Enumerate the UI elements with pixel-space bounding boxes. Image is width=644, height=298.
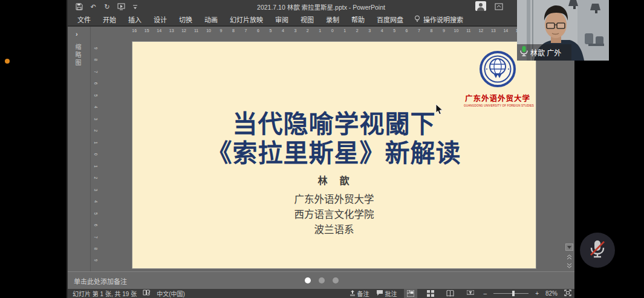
start-slideshow-icon[interactable] <box>117 2 125 11</box>
vruler-number-16: 7 <box>89 233 101 240</box>
ribbon-tab-10[interactable]: 帮助 <box>345 15 371 24</box>
powerpoint-window: ↶ ↻ 2021.7.10 林歆 索拉里斯星.pptx - PowerPoint <box>67 0 574 298</box>
ribbon-tab-1[interactable]: 开始 <box>97 15 122 24</box>
ribbon-tab-4[interactable]: 切换 <box>173 15 198 24</box>
logo-caption: 广东外语外贸大学 <box>464 92 532 104</box>
vruler-number-7: 2 <box>89 127 101 134</box>
slide-title-line2: 《索拉里斯星》新解读 <box>132 139 536 168</box>
vruler-number-6: 3 <box>89 116 101 123</box>
comments-toggle[interactable]: 批注 <box>376 289 397 298</box>
slide[interactable]: 广东外语外贸大学 GUANGDONG UNIVERSITY OF FOREIGN… <box>132 42 536 268</box>
zoom-slider[interactable] <box>493 289 529 298</box>
normal-view-button[interactable] <box>404 289 417 298</box>
thumbnail-panel-collapsed[interactable]: › 缩略图 <box>68 27 91 271</box>
hruler-number-26: 10 <box>450 27 462 35</box>
ribbon-tab-11[interactable]: 百度网盘 <box>371 15 409 24</box>
scroll-down-icon[interactable] <box>565 243 573 251</box>
vruler-number-10: 1 <box>89 162 101 170</box>
ribbon-tab-7[interactable]: 审阅 <box>269 15 294 24</box>
hruler-number-21: 5 <box>388 27 400 35</box>
customize-toolbar-icon[interactable] <box>131 2 139 11</box>
hruler-number-1: 15 <box>140 27 152 35</box>
vruler-number-13: 4 <box>89 198 101 205</box>
slide-indicator-dots <box>305 277 339 283</box>
ribbon-display-options-icon[interactable] <box>495 2 503 13</box>
hruler-number-9: 7 <box>239 27 252 35</box>
ribbon-tab-2[interactable]: 插入 <box>122 15 148 24</box>
hruler-number-29: 13 <box>487 27 499 35</box>
hruler-number-16: 0 <box>327 27 339 35</box>
hruler-number-12: 4 <box>277 27 289 35</box>
account-icon[interactable] <box>475 1 486 13</box>
hruler-number-19: 3 <box>363 27 376 35</box>
notes-pane[interactable]: 单击此处添加备注 <box>68 271 574 289</box>
quick-access-toolbar: ↶ ↻ <box>68 2 139 11</box>
mouse-cursor-icon <box>435 104 443 118</box>
slideshow-view-button[interactable] <box>464 289 477 298</box>
slide-counter: 幻灯片 第 1 张, 共 19 张 <box>73 289 137 298</box>
editor-canvas: › 缩略图 1615141312111098765432101234567891… <box>68 25 574 271</box>
ribbon-tab-6[interactable]: 幻灯片放映 <box>224 15 269 24</box>
vruler-number-14: 5 <box>89 210 101 217</box>
comment-icon <box>376 290 383 297</box>
undo-icon[interactable]: ↶ <box>89 2 97 11</box>
vruler-number-2: 7 <box>89 68 101 76</box>
author-block[interactable]: 林 歆 广东外语外贸大学 西方语言文化学院 波兰语系 <box>132 173 536 237</box>
lightbulb-icon <box>414 15 420 24</box>
slide-title[interactable]: 当代隐喻学视閾下 《索拉里斯星》新解读 <box>132 110 536 168</box>
tell-me-search[interactable]: 操作说明搜索 <box>414 15 463 24</box>
vruler-number-0: 9 <box>89 45 101 52</box>
previous-slide-icon[interactable] <box>565 253 573 260</box>
affiliation-faculty: 西方语言文化学院 <box>132 207 536 222</box>
hruler-number-28: 12 <box>475 27 487 35</box>
hruler-number-15: 1 <box>314 27 326 35</box>
hruler-number-10: 6 <box>252 27 264 35</box>
webcam-nametag: 林歆 广外 <box>517 44 571 61</box>
hruler-number-13: 3 <box>289 27 301 35</box>
university-seal-icon <box>479 79 516 90</box>
vruler-number-18: 9 <box>89 257 101 264</box>
webcam-overlay[interactable]: 林歆 广外 <box>517 0 609 61</box>
comments-toggle-label: 批注 <box>385 289 397 298</box>
ribbon-tab-8[interactable]: 视图 <box>294 15 320 24</box>
ribbon-tab-0[interactable]: 文件 <box>71 15 97 24</box>
ribbon-tab-9[interactable]: 录制 <box>320 15 345 24</box>
spellcheck-icon[interactable] <box>143 290 151 297</box>
hruler-number-8: 8 <box>227 27 239 35</box>
save-icon[interactable] <box>75 2 83 11</box>
ribbon-tab-3[interactable]: 设计 <box>148 15 173 24</box>
ribbon-tab-5[interactable]: 动画 <box>198 15 224 24</box>
hruler-number-22: 6 <box>400 27 412 35</box>
reading-view-button[interactable] <box>444 289 457 298</box>
annotation-dot[interactable] <box>5 59 10 64</box>
horizontal-ruler: 1615141312111098765432101234567891011121… <box>128 27 524 35</box>
hruler-number-5: 11 <box>190 27 202 35</box>
redo-icon[interactable]: ↻ <box>103 2 111 11</box>
hruler-number-18: 2 <box>351 27 363 35</box>
hruler-number-6: 10 <box>203 27 215 35</box>
vruler-number-9: 0 <box>89 151 101 158</box>
fit-to-window-icon[interactable] <box>564 290 571 297</box>
indicator-dot-1 <box>319 277 325 283</box>
slide-sorter-view-button[interactable] <box>424 289 437 298</box>
next-slide-icon[interactable] <box>565 262 573 269</box>
zoom-percentage[interactable]: 82% <box>545 290 558 297</box>
notes-toggle[interactable]: 备注 <box>350 289 369 298</box>
zoom-out-icon[interactable]: – <box>484 290 487 297</box>
affiliation-university: 广东外语外贸大学 <box>132 192 536 207</box>
zoom-in-icon[interactable]: + <box>535 290 539 297</box>
expand-panel-arrow[interactable]: › <box>76 30 78 38</box>
language-indicator[interactable]: 中文(中国) <box>157 289 185 298</box>
vruler-number-8: 1 <box>89 139 101 146</box>
ribbon-tabs: 文件开始插入设计切换动画幻灯片放映审阅视图录制帮助百度网盘 操作说明搜索 <box>68 13 574 25</box>
notes-placeholder[interactable]: 单击此处添加备注 <box>74 276 127 286</box>
zoom-slider-handle[interactable] <box>512 291 515 296</box>
vruler-number-15: 6 <box>89 222 101 229</box>
vertical-scrollbar[interactable] <box>565 27 573 271</box>
hruler-number-4: 12 <box>178 27 190 35</box>
mute-microphone-button[interactable] <box>580 233 615 268</box>
hruler-number-30: 14 <box>499 27 512 35</box>
hruler-number-25: 9 <box>438 27 450 35</box>
hruler-number-23: 7 <box>413 27 425 35</box>
mic-on-icon <box>520 46 528 59</box>
